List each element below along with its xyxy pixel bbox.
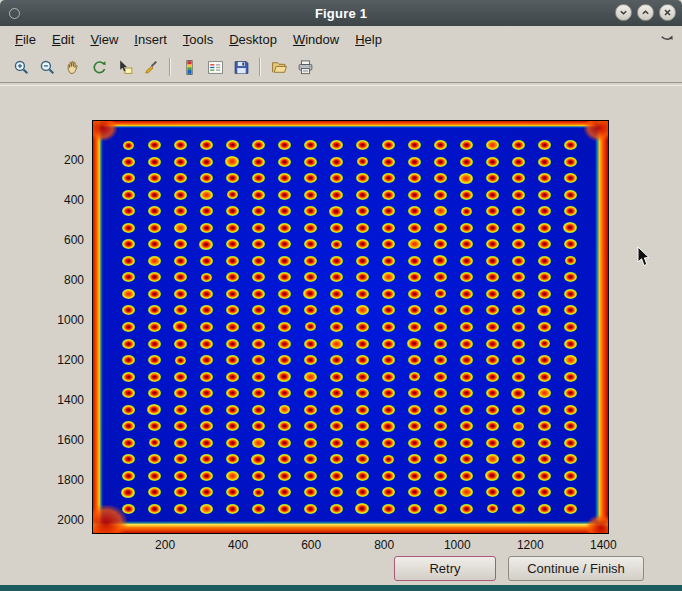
save-button[interactable] [229, 55, 253, 79]
heat-spot [304, 421, 317, 431]
x-tick-label: 200 [145, 538, 185, 552]
heat-spot [278, 272, 291, 282]
heat-spot [122, 272, 135, 282]
close-button[interactable] [659, 4, 676, 21]
heat-spot [329, 206, 343, 217]
heat-spot [460, 322, 473, 332]
heat-spot [356, 372, 369, 382]
heat-spot [512, 438, 525, 448]
zoom-out-button[interactable] [35, 55, 59, 79]
heat-spot [252, 140, 265, 150]
heat-spot [512, 157, 525, 167]
heat-spot [304, 173, 317, 183]
menu-item-tools[interactable]: Tools [176, 29, 220, 50]
heat-spot [512, 372, 525, 382]
heat-spot [252, 504, 265, 514]
heat-spot [434, 355, 447, 365]
menu-item-help[interactable]: Help [348, 29, 389, 50]
heat-spot [148, 256, 161, 266]
continue-finish-button[interactable]: Continue / Finish [508, 556, 644, 581]
heat-spot [226, 173, 239, 183]
heat-spot [538, 322, 551, 332]
x-tick-label: 800 [364, 538, 404, 552]
retry-button[interactable]: Retry [394, 556, 496, 581]
x-tick-label: 400 [218, 538, 258, 552]
menu-item-view[interactable]: View [83, 29, 125, 50]
heat-spot [486, 289, 499, 299]
heat-spot [434, 339, 447, 349]
heat-spot [486, 487, 499, 497]
data-cursor-button[interactable] [113, 55, 137, 79]
menubar-overflow-icon[interactable] [660, 32, 674, 46]
x-tick-label: 1400 [583, 538, 623, 552]
menu-item-file[interactable]: File [8, 29, 43, 50]
menu-item-edit[interactable]: Edit [45, 29, 81, 50]
legend-button[interactable] [203, 55, 227, 79]
heat-spot [460, 454, 473, 464]
heat-spot [278, 504, 291, 514]
menu-item-desktop[interactable]: Desktop [222, 29, 284, 50]
heat-spot [252, 206, 265, 216]
pan-button[interactable] [61, 55, 85, 79]
heat-spot [226, 289, 239, 299]
rotate-3d-button[interactable] [87, 55, 111, 79]
heat-spot [148, 322, 161, 332]
heat-spot [278, 173, 291, 183]
heat-spot [278, 438, 291, 448]
heat-spot [486, 388, 499, 398]
titlebar[interactable]: Figure 1 [0, 0, 682, 26]
heat-spot [200, 322, 213, 332]
heat-spot [512, 239, 525, 249]
print-icon [297, 59, 314, 76]
zoom-in-button[interactable] [9, 55, 33, 79]
heat-spot [331, 240, 342, 249]
heat-spot [408, 355, 421, 365]
heat-spot [356, 239, 369, 249]
heat-spot [433, 255, 447, 266]
menu-item-insert[interactable]: Insert [127, 29, 174, 50]
heat-spot [226, 388, 239, 398]
heat-spot [460, 239, 473, 249]
heat-spot [461, 207, 472, 216]
maximize-button[interactable] [637, 4, 654, 21]
heat-spot [382, 173, 395, 183]
heat-spot [278, 190, 291, 200]
heat-spot [538, 289, 551, 299]
heat-spot [564, 305, 577, 315]
heat-spot [330, 487, 343, 497]
menu-item-window[interactable]: Window [286, 29, 346, 50]
heat-spot [486, 157, 499, 167]
heat-spot [252, 355, 265, 365]
heat-spot [460, 405, 473, 415]
brush-button[interactable] [139, 55, 163, 79]
heat-spot [356, 421, 369, 431]
heat-spot [226, 487, 239, 497]
colorbar-button[interactable] [177, 55, 201, 79]
heat-spot [564, 388, 577, 398]
heat-spot [305, 322, 316, 331]
minimize-button[interactable] [615, 4, 632, 21]
heat-spot [564, 140, 577, 150]
heat-spot [383, 455, 394, 464]
heat-spot [122, 322, 135, 332]
heat-spot [226, 305, 239, 315]
heat-spot [564, 322, 577, 332]
heat-spot [200, 206, 213, 216]
heat-spot [304, 272, 317, 282]
plot-axes[interactable] [92, 120, 609, 534]
heat-spot [226, 421, 239, 431]
heat-spot [304, 190, 317, 200]
y-tick-label: 1400 [36, 393, 84, 407]
heat-spot [564, 471, 577, 481]
heat-spot [356, 339, 369, 349]
heat-spot [174, 421, 187, 431]
heat-spot [564, 339, 577, 349]
heat-spot [122, 438, 135, 448]
heat-spot [252, 405, 265, 415]
heat-spot [278, 289, 291, 299]
heat-spot [174, 239, 187, 249]
heat-spot [408, 223, 421, 233]
window-menu-icon[interactable] [9, 8, 20, 19]
print-button[interactable] [293, 55, 317, 79]
open-button[interactable] [267, 55, 291, 79]
